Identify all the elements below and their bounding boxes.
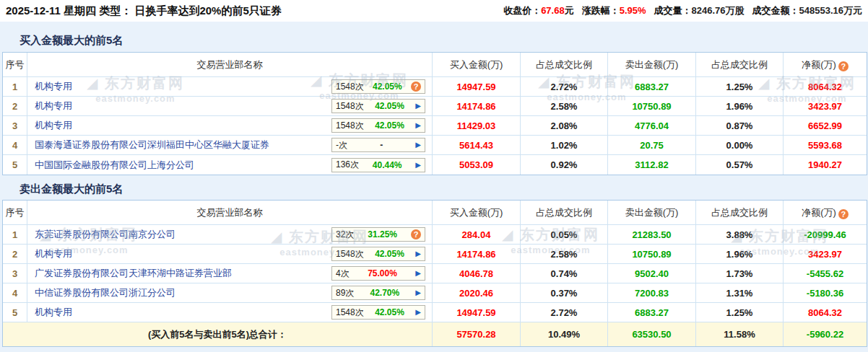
stat-item: 成交金额：548553.16万元: [752, 4, 862, 17]
buy-amount-cell: 11429.03: [433, 116, 521, 136]
win-rate: 31.25%: [368, 229, 397, 239]
net-amount-cell: 1940.27: [784, 155, 867, 175]
buy-amount-cell: 284.04: [433, 225, 521, 245]
buy-ratio-cell: 0.37%: [521, 283, 608, 303]
buy-table-title: 买入金额最大的前5名: [2, 22, 866, 52]
branch-name-link[interactable]: 东莞证券股份有限公司南京分公司: [35, 229, 175, 239]
total-row: (买入前5名与卖出前5名)总合计： 57570.28 10.49% 63530.…: [3, 322, 867, 346]
appearance-count: 1548次: [336, 307, 364, 319]
branch-name-link[interactable]: 广发证券股份有限公司天津环湖中路证券营业部: [35, 268, 232, 278]
sell-ratio-cell: 0.87%: [696, 116, 784, 136]
buy-amount-cell: 5053.09: [433, 155, 521, 175]
stat-label: 成交量：: [654, 5, 692, 16]
buy-amount-cell: 5614.43: [433, 136, 521, 155]
net-amount-cell: 3423.97: [784, 245, 867, 264]
detail-arrow-icon[interactable]: ▶: [415, 249, 421, 259]
branch-name-link[interactable]: 机构专用: [35, 120, 72, 131]
sell-ratio-cell: 0.57%: [696, 155, 784, 175]
branch-stats-badge[interactable]: 1548次42.05%▶: [331, 305, 425, 320]
branch-stats-badge[interactable]: 1548次42.05%?: [331, 79, 425, 94]
branch-name-cell: 机构专用1548次42.05%▶: [27, 97, 433, 116]
stat-label: 收盘价：: [503, 5, 541, 16]
win-rate: -: [380, 140, 383, 150]
buy-amount-cell: 14947.59: [433, 77, 521, 97]
total-sell-ratio: 11.58%: [696, 322, 784, 346]
appearance-count: 1548次: [336, 120, 364, 132]
branch-name-link[interactable]: 机构专用: [35, 81, 72, 92]
col-header-buy-ratio: 占总成交比例: [521, 53, 608, 77]
sell-ratio-cell: 1.96%: [696, 245, 784, 264]
net-amount-cell: -5455.62: [784, 264, 867, 283]
buy-table-header-row: 序号 交易营业部名称 买入金额(万) 占总成交比例 卖出金额(万) 占总成交比例…: [3, 53, 867, 77]
branch-stats-badge[interactable]: 1548次42.05%▶: [331, 99, 425, 113]
branch-stats-badge[interactable]: -次-▶: [331, 138, 425, 152]
col-header-net-label: 净额(万): [802, 207, 836, 218]
detail-arrow-icon[interactable]: ▶: [415, 268, 421, 278]
branch-name-link[interactable]: 机构专用: [35, 307, 72, 317]
stat-label: 涨跌幅：: [582, 5, 620, 16]
branch-stats-badge[interactable]: 4次75.00%▶: [331, 266, 425, 281]
appearance-count: 1548次: [336, 248, 364, 260]
stat-value: 5.95%: [620, 5, 646, 16]
detail-arrow-icon[interactable]: ▶: [415, 101, 421, 111]
buy-table: 序号 交易营业部名称 买入金额(万) 占总成交比例 卖出金额(万) 占总成交比例…: [2, 52, 867, 175]
col-header-buy-amount: 买入金额(万): [433, 201, 521, 225]
win-rate: 40.44%: [373, 160, 402, 170]
detail-arrow-icon[interactable]: ▶: [415, 307, 421, 317]
win-rate: 42.05%: [375, 249, 404, 259]
sell-ratio-cell: 1.73%: [696, 264, 784, 283]
col-header-net-label: 净额(万): [802, 59, 836, 70]
total-net-amount: -5960.22: [784, 322, 867, 346]
detail-arrow-icon[interactable]: ▶: [415, 120, 421, 131]
row-index: 1: [3, 77, 27, 97]
branch-stats-badge[interactable]: 136次40.44%▶: [331, 158, 425, 172]
branch-name-link[interactable]: 机构专用: [35, 100, 72, 111]
sell-ratio-cell: 1.96%: [696, 97, 784, 116]
sell-ratio-cell: 3.88%: [696, 225, 784, 245]
buy-ratio-cell: 2.72%: [521, 77, 608, 97]
col-header-sell-amount: 卖出金额(万): [608, 201, 696, 225]
win-rate: 42.05%: [375, 307, 404, 317]
total-buy-ratio: 10.49%: [521, 322, 608, 346]
detail-arrow-icon[interactable]: ▶: [415, 140, 421, 150]
branch-name-link[interactable]: 国泰海通证券股份有限公司深圳福田中心区华融大厦证券: [35, 139, 269, 150]
row-index: 2: [3, 97, 27, 116]
sell-amount-cell: 4776.04: [608, 116, 696, 136]
col-header-sell-amount: 卖出金额(万): [608, 53, 696, 77]
sell-table: 序号 交易营业部名称 买入金额(万) 占总成交比例 卖出金额(万) 占总成交比例…: [2, 200, 867, 347]
win-rate: 75.00%: [368, 268, 397, 278]
help-icon[interactable]: ?: [411, 82, 421, 92]
table-row: 2机构专用1548次42.05%▶14174.862.58%10750.891.…: [3, 97, 867, 116]
sell-amount-cell: 3112.82: [608, 155, 696, 175]
buy-amount-cell: 14174.86: [433, 245, 521, 264]
buy-ratio-cell: 1.02%: [521, 136, 608, 155]
branch-stats-badge[interactable]: 1548次42.05%▶: [331, 118, 425, 133]
detail-arrow-icon[interactable]: ▶: [415, 288, 421, 298]
branch-name-link[interactable]: 机构专用: [35, 248, 72, 259]
sell-amount-cell: 6883.27: [608, 77, 696, 97]
sell-ratio-cell: 1.25%: [696, 77, 784, 97]
branch-name-link[interactable]: 中信证券股份有限公司浙江分公司: [35, 287, 175, 298]
branch-stats-badge[interactable]: 1548次42.05%▶: [331, 247, 425, 261]
help-icon[interactable]: ?: [838, 61, 849, 71]
col-header-net: 净额(万)?: [784, 53, 867, 77]
buy-amount-cell: 4046.78: [433, 264, 521, 283]
stat-item: 涨跌幅：5.95%: [582, 4, 646, 17]
win-rate: 42.05%: [373, 82, 402, 92]
branch-name-cell: 中国国际金融股份有限公司上海分公司136次40.44%▶: [27, 155, 433, 175]
net-amount-cell: 5593.68: [784, 136, 867, 155]
buy-ratio-cell: 2.58%: [521, 97, 608, 116]
detail-arrow-icon[interactable]: ▶: [415, 160, 421, 170]
branch-name-cell: 东莞证券股份有限公司南京分公司32次31.25%?: [27, 225, 433, 245]
appearance-count: 1548次: [336, 100, 364, 113]
help-icon[interactable]: ?: [838, 209, 849, 219]
row-index: 1: [3, 225, 27, 245]
net-amount-cell: 6652.99: [784, 116, 867, 136]
branch-name-cell: 机构专用1548次42.05%▶: [27, 303, 433, 322]
buy-ratio-cell: 2.08%: [521, 116, 608, 136]
branch-name-link[interactable]: 中国国际金融股份有限公司上海分公司: [35, 159, 194, 170]
help-icon[interactable]: ?: [411, 229, 421, 239]
branch-stats-badge[interactable]: 32次31.25%?: [331, 227, 425, 242]
branch-stats-badge[interactable]: 89次42.70%▶: [331, 286, 425, 300]
buy-ratio-cell: 2.58%: [521, 245, 608, 264]
